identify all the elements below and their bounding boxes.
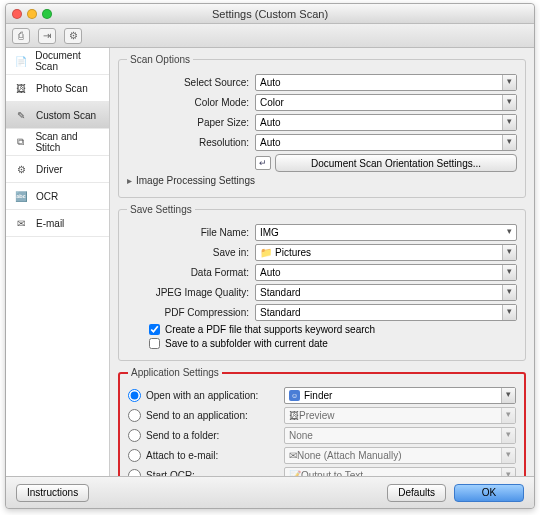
image-processing-disclosure[interactable]: Image Processing Settings [127,175,517,186]
resolution-label: Resolution: [127,137,255,148]
toolbar: ⎙ ⇥ ⚙ [6,24,534,48]
finder-icon: ☺ [289,390,300,401]
footer: Instructions Defaults OK [6,476,534,508]
sidebar-item-document-scan[interactable]: 📄Document Scan [6,48,109,75]
start-ocr-dropdown[interactable]: 📝 Output to Text [284,467,516,476]
custom-icon: ✎ [12,108,30,122]
toolbar-btn-prefs[interactable]: ⚙ [64,28,82,44]
document-icon: 📄 [12,54,29,68]
sidebar-item-label: E-mail [36,218,64,229]
orientation-settings-button[interactable]: Document Scan Orientation Settings... [275,154,517,172]
window-title: Settings (Custom Scan) [12,8,528,20]
return-icon[interactable]: ↵ [255,156,271,170]
scan-options-group: Scan Options Select Source:Auto Color Mo… [118,54,526,198]
preview-icon: 🖼 [289,410,299,421]
data-format-dropdown[interactable]: Auto [255,264,517,281]
pdf-keyword-label: Create a PDF file that supports keyword … [165,324,375,335]
email-icon: ✉ [12,216,30,230]
sidebar-item-photo-scan[interactable]: 🖼Photo Scan [6,75,109,102]
pdf-keyword-checkbox[interactable] [149,324,160,335]
send-folder-dropdown[interactable]: None [284,427,516,444]
attach-email-dropdown[interactable]: ✉ None (Attach Manually) [284,447,516,464]
ok-button[interactable]: OK [454,484,524,502]
open-with-radio[interactable] [128,389,141,402]
text-icon: 📝 [289,470,301,476]
send-app-label: Send to an application: [146,410,284,421]
settings-window: Settings (Custom Scan) ⎙ ⇥ ⚙ 📄Document S… [5,3,535,509]
sidebar: 📄Document Scan 🖼Photo Scan ✎Custom Scan … [6,48,110,476]
attach-email-radio[interactable] [128,449,141,462]
save-in-dropdown[interactable]: 📁Pictures [255,244,517,261]
subfolder-checkbox[interactable] [149,338,160,349]
send-app-radio[interactable] [128,409,141,422]
application-settings-group: Application Settings Open with an applic… [118,367,526,476]
sidebar-item-custom-scan[interactable]: ✎Custom Scan [6,102,109,129]
pdf-keyword-checkbox-row: Create a PDF file that supports keyword … [127,324,517,335]
jpeg-quality-dropdown[interactable]: Standard [255,284,517,301]
sidebar-item-label: Document Scan [35,50,103,72]
sidebar-item-label: Driver [36,164,63,175]
pdf-compression-dropdown[interactable]: Standard [255,304,517,321]
toolbar-btn-scan-from[interactable]: ⎙ [12,28,30,44]
color-mode-dropdown[interactable]: Color [255,94,517,111]
sidebar-item-scan-stitch[interactable]: ⧉Scan and Stitch [6,129,109,156]
send-folder-label: Send to a folder: [146,430,284,441]
stitch-icon: ⧉ [12,135,29,149]
subfolder-label: Save to a subfolder with current date [165,338,328,349]
paper-size-dropdown[interactable]: Auto [255,114,517,131]
photo-icon: 🖼 [12,81,30,95]
sidebar-item-label: Custom Scan [36,110,96,121]
folder-icon: 📁 [260,247,272,258]
open-with-label: Open with an application: [146,390,284,401]
attach-email-label: Attach to e-mail: [146,450,284,461]
sidebar-item-ocr[interactable]: 🔤OCR [6,183,109,210]
sidebar-item-label: OCR [36,191,58,202]
start-ocr-radio[interactable] [128,469,141,476]
subfolder-checkbox-row: Save to a subfolder with current date [127,338,517,349]
application-settings-legend: Application Settings [128,367,222,378]
jpeg-quality-label: JPEG Image Quality: [127,287,255,298]
paper-size-label: Paper Size: [127,117,255,128]
send-folder-radio[interactable] [128,429,141,442]
open-with-dropdown[interactable]: ☺Finder [284,387,516,404]
toolbar-btn-scan-to[interactable]: ⇥ [38,28,56,44]
select-source-label: Select Source: [127,77,255,88]
content: Scan Options Select Source:Auto Color Mo… [110,48,534,476]
save-settings-legend: Save Settings [127,204,195,215]
sidebar-item-driver[interactable]: ⚙Driver [6,156,109,183]
save-settings-group: Save Settings File Name:IMG Save in:📁Pic… [118,204,526,361]
ocr-icon: 🔤 [12,189,30,203]
instructions-button[interactable]: Instructions [16,484,89,502]
defaults-button[interactable]: Defaults [387,484,446,502]
main: 📄Document Scan 🖼Photo Scan ✎Custom Scan … [6,48,534,476]
file-name-label: File Name: [127,227,255,238]
send-app-dropdown[interactable]: 🖼 Preview [284,407,516,424]
mail-icon: ✉ [289,450,297,461]
file-name-field[interactable]: IMG [255,224,517,241]
sidebar-item-label: Photo Scan [36,83,88,94]
scan-options-legend: Scan Options [127,54,193,65]
titlebar: Settings (Custom Scan) [6,4,534,24]
save-in-label: Save in: [127,247,255,258]
sidebar-item-email[interactable]: ✉E-mail [6,210,109,237]
pdf-compression-label: PDF Compression: [127,307,255,318]
color-mode-label: Color Mode: [127,97,255,108]
data-format-label: Data Format: [127,267,255,278]
sidebar-item-label: Scan and Stitch [35,131,103,153]
resolution-dropdown[interactable]: Auto [255,134,517,151]
driver-icon: ⚙ [12,162,30,176]
select-source-dropdown[interactable]: Auto [255,74,517,91]
